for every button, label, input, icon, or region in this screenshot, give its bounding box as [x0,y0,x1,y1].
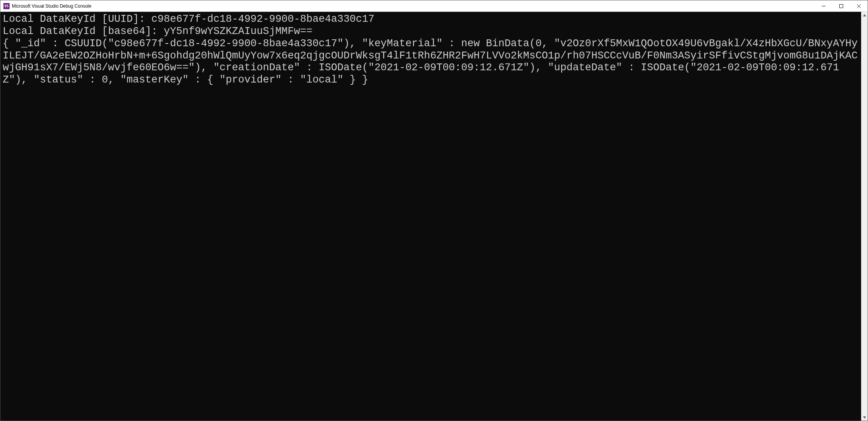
minimize-icon [822,4,826,8]
console-area: Local DataKeyId [UUID]: c98e677f-dc18-49… [0,12,868,421]
minimize-button[interactable] [815,0,832,11]
window-title: Microsoft Visual Studio Debug Console [12,3,91,9]
close-button[interactable] [850,0,868,11]
scroll-down-button[interactable] [861,414,868,421]
console-output[interactable]: Local DataKeyId [UUID]: c98e677f-dc18-49… [0,12,861,421]
titlebar[interactable]: VS Microsoft Visual Studio Debug Console [0,0,868,12]
svg-marker-4 [863,14,866,16]
window-controls [815,0,868,11]
chevron-down-icon [863,416,866,419]
maximize-icon [839,4,843,8]
app-icon: VS [3,3,10,9]
app-window: VS Microsoft Visual Studio Debug Console [0,0,868,421]
maximize-button[interactable] [832,0,850,11]
vertical-scrollbar[interactable] [861,12,868,421]
svg-marker-5 [863,416,866,419]
scroll-track[interactable] [861,18,868,414]
close-icon [857,4,861,8]
chevron-up-icon [863,14,866,16]
scroll-up-button[interactable] [861,12,868,18]
svg-rect-1 [840,4,843,8]
